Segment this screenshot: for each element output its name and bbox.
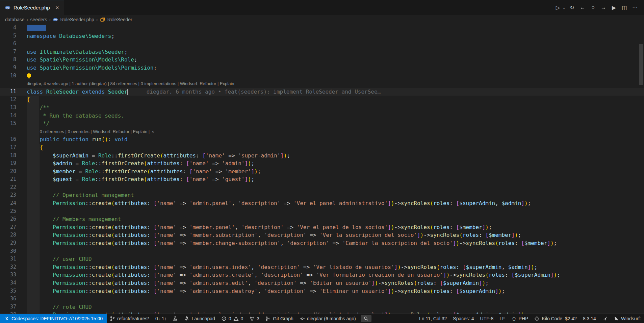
code-line[interactable]: // user CRUD	[16, 255, 92, 263]
line-number[interactable]: 22	[0, 183, 16, 192]
codelens-link[interactable]: diegdar, 4 weeks ago	[27, 81, 68, 86]
line-number[interactable]: 37	[0, 303, 16, 311]
code-line[interactable]: Permission::create(attributes: ['name' =…	[16, 279, 489, 287]
run-button[interactable]: ▷	[553, 3, 562, 12]
editor-tab[interactable]: phpRoleSeeder.php×	[0, 0, 64, 15]
code-line[interactable]: * Run the database seeds.	[16, 112, 124, 120]
breakpoint-circle-icon[interactable]: ○	[589, 3, 597, 12]
line-number[interactable]: 5	[0, 32, 16, 40]
line-number[interactable]: 9	[0, 64, 16, 72]
line-number[interactable]: 30	[0, 247, 16, 255]
line-number[interactable]: 31	[0, 255, 16, 263]
line-number[interactable]: 26	[0, 215, 16, 223]
code-line[interactable]: Permission::create(attributes: ['name' =…	[16, 199, 531, 207]
run-below-icon[interactable]: ▶	[610, 3, 618, 12]
code-line[interactable]: $member = Role::firstOrCreate(attributes…	[16, 168, 261, 176]
code-line[interactable]: $admin = Role::firstOrCreate(attributes:…	[16, 159, 254, 168]
code-line[interactable]	[16, 183, 27, 192]
windsurf-status[interactable]: Windsurf:	[611, 314, 644, 323]
line-number[interactable]: 23	[0, 191, 16, 199]
launchpad-button[interactable]: Launchpad	[181, 314, 218, 323]
code-line[interactable]: Permission::create(attributes: ['name' =…	[16, 311, 528, 314]
run-dropdown-icon[interactable]: ⌄	[562, 3, 566, 12]
code-line[interactable]: public function run(): void	[16, 135, 128, 144]
language-mode[interactable]: {}PHP	[508, 314, 532, 323]
line-number[interactable]: 32	[0, 263, 16, 271]
split-editor-icon[interactable]: ◫	[620, 3, 629, 12]
pint-button[interactable]	[599, 314, 611, 323]
line-number[interactable]: 19	[0, 159, 16, 168]
codelens-link[interactable]: Explain	[220, 81, 234, 86]
line-number[interactable]: 29	[0, 239, 16, 247]
code-line[interactable]: use Spatie\Permission\Models\Permission;	[16, 64, 157, 72]
line-number[interactable]: 16	[0, 135, 16, 144]
line-number[interactable]	[0, 80, 16, 88]
git-sync[interactable]: 0↓ 1↑	[152, 314, 170, 323]
encoding[interactable]: UTF-8	[477, 314, 497, 323]
line-number[interactable]	[0, 128, 16, 136]
code-line[interactable]	[16, 72, 31, 80]
git-branch[interactable]: refact/features*	[107, 314, 152, 323]
line-number[interactable]: 8	[0, 56, 16, 64]
code-line[interactable]: namespace Database\Seeders;	[16, 32, 114, 40]
line-number[interactable]: 17	[0, 144, 16, 152]
line-number[interactable]: 28	[0, 231, 16, 239]
line-number[interactable]: 14	[0, 112, 16, 120]
code-line[interactable]: /**	[16, 104, 49, 112]
code-line[interactable]	[16, 295, 27, 303]
line-number[interactable]: 13	[0, 104, 16, 112]
line-number[interactable]: 4	[0, 24, 16, 32]
code-line[interactable]: class RoleSeeder extends Seederdiegdar, …	[16, 88, 381, 96]
code-line[interactable]: // Operational management	[16, 191, 134, 199]
codelens-link[interactable]: Windsurf: Refactor	[93, 129, 129, 134]
ports[interactable]: 3	[246, 314, 262, 323]
codelens-link[interactable]: 1 author (diegdar)	[72, 81, 106, 86]
search-button[interactable]	[361, 315, 371, 322]
line-number[interactable]: 12	[0, 96, 16, 104]
line-number[interactable]: 38	[0, 311, 16, 314]
code-line[interactable]: // Members management	[16, 215, 121, 223]
code-line[interactable]: Permission::create(attributes: ['name' =…	[16, 239, 557, 247]
line-number[interactable]: 21	[0, 175, 16, 183]
line-number[interactable]: 35	[0, 287, 16, 295]
code-line[interactable]	[16, 24, 46, 32]
more-actions-icon[interactable]: ⋯	[630, 3, 639, 12]
code-line[interactable]: Permission::create(attributes: ['name' =…	[16, 287, 505, 295]
breadcrumb-item-seeders[interactable]: seeders	[30, 17, 47, 22]
vertical-scrollbar[interactable]	[639, 44, 643, 85]
code-line[interactable]: $guest = Role::firstOrCreate(attributes:…	[16, 175, 254, 183]
beaker-button[interactable]	[170, 314, 181, 323]
line-number[interactable]: 18	[0, 152, 16, 160]
git-blame[interactable]: diegdar (6 months ago)	[297, 314, 359, 323]
timeline-icon[interactable]: ↻	[568, 3, 576, 12]
navigate-forward-icon[interactable]: →	[599, 3, 608, 12]
remote-indicator[interactable]: Codespaces: DEFINITIVO-7/10/2025 15:00	[0, 314, 107, 323]
eol[interactable]: LF	[496, 314, 508, 323]
code-line[interactable]: Permission::create(attributes: ['name' =…	[16, 271, 560, 279]
codelens-link[interactable]: 0 overrides	[68, 129, 89, 134]
code-line[interactable]: {	[16, 144, 43, 152]
code-line[interactable]: Permission::create(attributes: ['name' =…	[16, 231, 521, 239]
breadcrumb-item-roleseeder[interactable]: RoleSeeder	[100, 17, 132, 22]
php-version[interactable]: 8.3.14	[580, 314, 599, 323]
line-number[interactable]: 10	[0, 72, 16, 80]
code-line[interactable]: use Spatie\Permission\Models\Role;	[16, 56, 137, 64]
problems[interactable]: 00	[218, 314, 247, 323]
breadcrumb-item-roleseeder-php[interactable]: phpRoleSeeder.php	[53, 17, 94, 22]
code-line[interactable]	[16, 207, 27, 216]
code-line[interactable]: {	[16, 96, 30, 104]
line-number[interactable]: 24	[0, 199, 16, 207]
codelens-link[interactable]: Windsurf: Refactor	[180, 81, 216, 86]
navigate-back-icon[interactable]: ←	[578, 3, 587, 12]
code-line[interactable]: use Illuminate\Database\Seeder;	[16, 48, 128, 56]
line-number[interactable]: 33	[0, 271, 16, 279]
line-number[interactable]: 27	[0, 223, 16, 231]
codelens-link[interactable]: 84 references	[110, 81, 137, 86]
line-number[interactable]: 36	[0, 295, 16, 303]
cursor-position[interactable]: Ln 11, Col 32	[416, 314, 450, 323]
code-line[interactable]: Permission::create(attributes: ['name' =…	[16, 223, 492, 231]
breadcrumb-item-database[interactable]: database	[5, 17, 25, 22]
codelens-link[interactable]: 0 references	[40, 129, 64, 134]
codelens-dismiss-icon[interactable]: ×	[152, 129, 154, 134]
line-number[interactable]: 25	[0, 207, 16, 216]
